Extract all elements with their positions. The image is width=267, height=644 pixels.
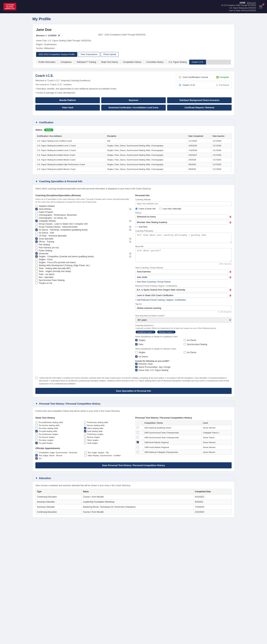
comp-checkbox-0[interactable] [137, 426, 139, 429]
discipline-label-25[interactable]: Synchronized Team Skating [35, 279, 132, 282]
discipline-label-6[interactable]: Group Classes - Learn to Skate USA / Com… [35, 223, 132, 225]
official-col1-1[interactable]: Test Judge: Dance - Bronze [35, 454, 83, 456]
tab-competition-history[interactable]: Competition History [121, 60, 144, 64]
discipline-label-22[interactable]: Tests - singles (formally free skate) [35, 270, 132, 272]
tab-compliance[interactable]: Compliance [58, 60, 74, 64]
tab-us-figure-skating[interactable]: U.S. Figure Skating [166, 60, 189, 64]
qualifying-singles[interactable]: Singles [135, 339, 183, 342]
test-item-col2-3[interactable]: Gold skating skills [84, 430, 132, 432]
test-item-col2-6[interactable]: Silver singles [84, 439, 132, 441]
training-item-1-remove[interactable]: 🗑 [229, 288, 232, 291]
discipline-label-4[interactable]: Choreography - Ice shows, etc. [35, 217, 132, 219]
daysmart-button[interactable]: Daysmart [101, 97, 166, 103]
rink-input-1[interactable] [135, 214, 228, 219]
discipline-label-3[interactable]: Choreography - Performance, Movement [35, 214, 132, 216]
test-item-col2-0[interactable]: Preliminary skating skills [84, 421, 132, 424]
test-item-col1-5[interactable]: Pre-bronze singles [35, 436, 83, 438]
qualifying-sync[interactable]: Synchronized Skating [184, 343, 232, 346]
official-col2-0[interactable]: Test Judge: Singles - NQ [84, 451, 132, 454]
training-item-1[interactable] [135, 288, 228, 292]
add-team-link[interactable]: + Add Team Coaching / Group Partner [135, 280, 232, 283]
olympic-ice-dance-1[interactable]: Ice Dance [184, 351, 232, 354]
add-training-link[interactable]: + Add Relevant Formal Training / Degree … [135, 299, 232, 301]
olympic-coach-remove[interactable]: × [173, 331, 174, 333]
about-me-input[interactable] [135, 248, 232, 262]
discipline-label-20[interactable]: Skating skills Development (Training, Ed… [35, 264, 132, 267]
discipline-label-15[interactable]: Power Skating [35, 249, 132, 252]
official-col1-0[interactable]: Competition Judge: Synchronized - Sectio… [35, 451, 83, 454]
test-item-col1-2[interactable]: Pre-silver skating skills [35, 427, 83, 429]
tab-committee-history[interactable]: Committee History [144, 60, 166, 64]
safesport-button[interactable]: SafeSport Background Check Insurance [167, 97, 232, 103]
cert-request-button[interactable]: Certificate Request / Retrieval [167, 105, 232, 110]
save-test-history-button[interactable]: Save Personal Test History / Personal Co… [35, 462, 232, 468]
include-pronunciation[interactable]: Name Pronunciation: Jay-n Dough [135, 366, 232, 368]
team-member-1[interactable] [135, 270, 228, 274]
training-item-2-remove[interactable]: 🗑 [229, 294, 232, 297]
discipline-label-7[interactable]: Group Training Classes - Advanced levels [35, 226, 129, 228]
discipline-label-24[interactable]: Non - Specialist [35, 276, 132, 278]
education-header[interactable]: ▼ Education [32, 475, 235, 482]
test-item-col1-3[interactable]: Pre-gold skating skills [35, 430, 83, 432]
rink-input-2[interactable] [135, 220, 228, 224]
official-col2-1[interactable]: Video Replay: Synchronized - Certified [84, 454, 132, 456]
tab-competition-season[interactable]: 2023-2024 Competition Season Profile [36, 52, 77, 57]
discipline-label-23[interactable]: Tests - Ice dance [35, 273, 132, 276]
discipline-label-0[interactable]: Adaptive Athletes [35, 205, 132, 207]
team-member-1-remove[interactable]: 🗑 [229, 270, 232, 273]
qualifying-coach-remove[interactable]: × [153, 331, 154, 333]
tab-profile-information[interactable]: Profile Information [36, 60, 58, 64]
test-item-col2-1[interactable]: Bronze skating skills [84, 424, 132, 426]
test-item-col2-4[interactable]: Preliminary singles [84, 433, 132, 435]
discipline-label-1[interactable]: Adult Athletes [35, 208, 129, 210]
attest-checkbox[interactable]: I attest that the information is truthfu… [35, 376, 232, 385]
test-item-col1-7[interactable]: Pre-gold Singles [35, 442, 83, 444]
tab-skate-test-history[interactable]: Skate Test History [99, 60, 120, 64]
olympic-ice-dance-checked[interactable]: Ice Dance [135, 356, 183, 358]
test-item-col1-1[interactable]: Pre-bronze skating skills [35, 424, 83, 426]
tagline-input[interactable] [135, 306, 232, 310]
coaching-philosophy-input[interactable] [135, 233, 232, 243]
official-col1-2[interactable]: Etc... [35, 457, 83, 460]
discipline-label-5[interactable]: Collegiate Athletes [35, 220, 129, 222]
tab-coach-ice[interactable]: Coach I.C.E. [189, 60, 206, 64]
cart[interactable]: 🛒 0 [259, 4, 264, 9]
test-item-col2-2[interactable]: Silver skating skills [84, 427, 132, 429]
comp-checkbox-4[interactable] [137, 446, 139, 448]
add-rink-link[interactable]: + + Add Rink [135, 226, 232, 228]
discipline-label-8[interactable]: Ice Dance - Partnered, competitive (qual… [35, 228, 129, 231]
discipline-label-9[interactable]: Ice Dance - Solo [35, 232, 132, 234]
home-rink-radio[interactable]: I have a home rink [135, 208, 156, 210]
comp-checkbox-5[interactable] [137, 451, 139, 453]
comp-checkbox-1[interactable] [137, 431, 139, 434]
include-home-club[interactable]: Home Club: U.S. Figure Skating [135, 369, 232, 372]
discipline-label-10[interactable]: US Rule - Technical Specialist [35, 234, 132, 237]
team-member-2-remove[interactable]: 🗑 [229, 276, 232, 279]
discipline-label-19[interactable]: Singles - Focus (Pre-juvenile and lower) [35, 261, 132, 264]
discipline-label-13[interactable]: Pair Skating [35, 244, 132, 246]
comp-checkbox-3[interactable] [137, 441, 139, 443]
test-item-col2-7[interactable]: Gold singles [84, 442, 132, 444]
discipline-label-12[interactable]: Off-Ice - Training [35, 240, 129, 243]
include-ethnicity[interactable]: Ethnicity: Asian [135, 363, 232, 365]
test-item-col2-5[interactable]: Bronze singles [84, 436, 132, 438]
discipline-label-14[interactable]: Pole Harness (on-ice) [35, 246, 132, 249]
comp-checkbox-2[interactable] [137, 436, 139, 438]
certification-header[interactable]: ▼ Certification [32, 119, 235, 126]
discipline-label-17[interactable]: Singles - Competitive (Juvenile and abov… [35, 255, 129, 258]
national-radio[interactable]: I use rinks nationally [159, 208, 181, 210]
moodle-button[interactable]: Moodle Platform [35, 97, 100, 103]
discipline-label-2[interactable]: Aspire Program [35, 211, 132, 213]
save-specialties-button[interactable]: Save Specialties & Personal Info [35, 388, 232, 394]
test-item-col1-4[interactable]: Pre-preliminary singles [35, 433, 83, 435]
coaching-specialties-header[interactable]: ▼ Coaching Specialties & Personal Info [32, 178, 235, 185]
discipline-label-21[interactable]: Tests - skating skills (formally MIF) [35, 267, 132, 270]
rink-remove-2[interactable]: 🗑 [229, 221, 232, 224]
discipline-label-26[interactable]: Theatre on Ice [35, 282, 132, 284]
how-long-select[interactable]: 30+ years [135, 318, 232, 322]
coaching-website-input[interactable] [135, 201, 232, 206]
rink-remove-1[interactable]: 🗑 [229, 215, 232, 218]
test-item-col1-6[interactable]: Pre-silver singles [35, 439, 83, 441]
discipline-label-11[interactable]: Jump Specialist [35, 238, 129, 240]
training-item-2[interactable] [135, 293, 228, 298]
